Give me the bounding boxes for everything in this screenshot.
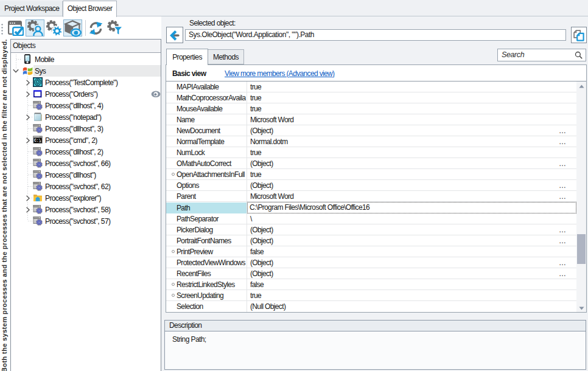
svg-text:C:\: C:\ <box>34 139 41 143</box>
